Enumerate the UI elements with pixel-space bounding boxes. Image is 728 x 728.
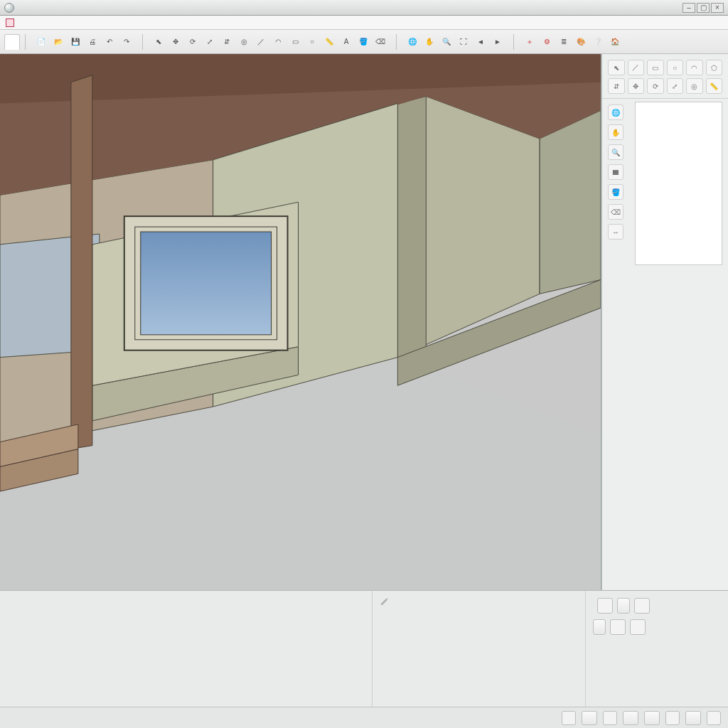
settings-icon[interactable]: ⚙	[539, 34, 555, 50]
palette-scale-icon[interactable]: ⤢	[667, 78, 684, 94]
palette-offset-icon[interactable]: ◎	[686, 78, 703, 94]
col-pan-icon[interactable]: ✋	[608, 124, 623, 140]
circle-icon[interactable]: ○	[304, 34, 320, 50]
side-column-tools: 🌐 ✋ 🔍 ⯀ 🪣 ⌫ ↔	[602, 99, 629, 271]
palette-rect-icon[interactable]: ▭	[647, 60, 664, 75]
palette-push-icon[interactable]: ⇵	[608, 78, 625, 94]
offset-icon[interactable]: ◎	[236, 34, 252, 50]
orbit-icon[interactable]: 🌐	[405, 34, 420, 50]
text-icon[interactable]: A	[338, 34, 354, 50]
hint-column	[373, 591, 586, 707]
pushpull-icon[interactable]: ⇵	[219, 34, 235, 50]
palette-line-icon[interactable]: ／	[628, 60, 645, 75]
svg-rect-13	[141, 232, 272, 335]
file-save-icon[interactable]: 💾	[68, 34, 83, 50]
dock-sq-3[interactable]	[610, 619, 626, 635]
toolbar-group-file: 📄 📂 💾 🖨 ↶ ↷	[31, 34, 137, 50]
prev-view-icon[interactable]: ◄	[473, 34, 488, 50]
bottom-dock	[0, 590, 728, 707]
document-tab[interactable]	[4, 34, 20, 50]
palette-select-icon[interactable]: ⬉	[608, 60, 625, 75]
separator	[142, 34, 143, 50]
pan-icon[interactable]: ✋	[422, 34, 437, 50]
col-section-icon[interactable]: ⯀	[608, 164, 623, 180]
file-new-icon[interactable]: 📄	[33, 34, 49, 50]
rect-icon[interactable]: ▭	[287, 34, 303, 50]
warehouse-icon[interactable]: 🏠	[607, 34, 623, 50]
add-icon[interactable]: ＋	[522, 34, 537, 50]
scale-icon[interactable]: ⤢	[202, 34, 218, 50]
arc-icon[interactable]: ◠	[270, 34, 286, 50]
tool-palette: ⬉ ／ ▭ ○ ◠ ⬠ ⇵ ✥ ⟳ ⤢ ◎ 📏	[602, 54, 728, 99]
next-view-icon[interactable]: ►	[490, 34, 505, 50]
svg-marker-3	[397, 97, 426, 365]
doc-chip-icon	[6, 18, 14, 27]
col-dims-icon[interactable]: ↔	[608, 224, 623, 240]
separator	[513, 34, 514, 50]
minimize-button[interactable]: –	[682, 3, 695, 13]
layers-icon[interactable]: ≣	[556, 34, 572, 50]
erase-icon[interactable]: ⌫	[373, 34, 388, 50]
move-icon[interactable]: ✥	[168, 34, 183, 50]
footer-sq-3[interactable]	[665, 711, 680, 725]
palette-tape-icon[interactable]: 📏	[706, 78, 723, 94]
rotate-icon[interactable]: ⟳	[185, 34, 200, 50]
dock-btn-1[interactable]	[617, 598, 630, 614]
palette-arc-icon[interactable]: ◠	[686, 60, 703, 75]
preview-pane	[635, 102, 722, 265]
dock-column	[586, 591, 728, 707]
line-icon[interactable]: ／	[253, 34, 269, 50]
path-bar	[0, 16, 728, 30]
select-icon[interactable]: ⬉	[151, 34, 166, 50]
palette-move-icon[interactable]: ✥	[628, 78, 645, 94]
svg-marker-2	[540, 110, 601, 294]
zoom-icon[interactable]: 🔍	[439, 34, 454, 50]
workspace: ⬉ ／ ▭ ○ ◠ ⬠ ⇵ ✥ ⟳ ⤢ ◎ 📏 🌐 ✋ 🔍 ⯀ 🪣	[0, 54, 728, 590]
close-button[interactable]: ×	[711, 3, 724, 13]
maximize-button[interactable]: ▢	[697, 3, 710, 13]
app-orb-icon	[4, 3, 14, 13]
col-paint-icon[interactable]: 🪣	[608, 184, 623, 200]
pencil-icon	[378, 594, 392, 609]
col-zoom-icon[interactable]: 🔍	[608, 144, 623, 160]
toolbar-group-misc: ＋ ⚙ ≣ 🎨 ❔ 🏠	[519, 34, 626, 50]
footer-btn-3[interactable]	[644, 711, 660, 725]
dock-sq-4[interactable]	[630, 619, 646, 635]
title-bar: – ▢ ×	[0, 0, 728, 16]
help-icon[interactable]: ❔	[590, 34, 606, 50]
redo-icon[interactable]: ↷	[119, 34, 134, 50]
col-orbit-icon[interactable]: 🌐	[608, 105, 623, 120]
model-viewport[interactable]	[0, 54, 601, 590]
scene-render	[0, 54, 601, 590]
footer-btn-4[interactable]	[685, 711, 701, 725]
separator	[396, 34, 397, 50]
palette-poly-icon[interactable]: ⬠	[706, 60, 723, 75]
file-open-icon[interactable]: 📂	[50, 34, 66, 50]
palette-rotate-icon[interactable]: ⟳	[647, 78, 664, 94]
side-panel: ⬉ ／ ▭ ○ ◠ ⬠ ⇵ ✥ ⟳ ⤢ ◎ 📏 🌐 ✋ 🔍 ⯀ 🪣	[601, 54, 728, 590]
app-root: – ▢ × 📄 📂 💾 🖨 ↶ ↷ ⬉ ✥ ⟳ ⤢ ⇵ ◎ ／ ◠	[0, 0, 728, 728]
dock-btn-2[interactable]	[593, 619, 606, 635]
dock-sq-2[interactable]	[634, 598, 650, 614]
toolbar-group-draw: ⬉ ✥ ⟳ ⤢ ⇵ ◎ ／ ◠ ▭ ○ 📏 A 🪣 ⌫	[148, 34, 391, 50]
separator	[25, 34, 26, 50]
footer-sq-4[interactable]	[707, 711, 721, 725]
svg-marker-14	[71, 75, 92, 449]
palette-circle-icon[interactable]: ○	[667, 60, 684, 75]
paint-icon[interactable]: 🪣	[355, 34, 371, 50]
zoom-extents-icon[interactable]: ⛶	[456, 34, 471, 50]
toolbar-group-camera: 🌐 ✋ 🔍 ⛶ ◄ ►	[402, 34, 508, 50]
footer-sq-1[interactable]	[562, 711, 576, 725]
styles-icon[interactable]: 🎨	[573, 34, 589, 50]
dock-sq-1[interactable]	[597, 598, 613, 614]
footer-bar	[0, 707, 728, 728]
undo-icon[interactable]: ↶	[102, 34, 117, 50]
footer-btn-2[interactable]	[623, 711, 638, 725]
print-icon[interactable]: 🖨	[85, 34, 100, 50]
col-erase-icon[interactable]: ⌫	[608, 204, 623, 220]
tape-icon[interactable]: 📏	[321, 34, 337, 50]
panel-label	[629, 265, 728, 271]
footer-btn-1[interactable]	[582, 711, 597, 725]
footer-sq-2[interactable]	[603, 711, 617, 725]
status-column	[0, 591, 373, 707]
